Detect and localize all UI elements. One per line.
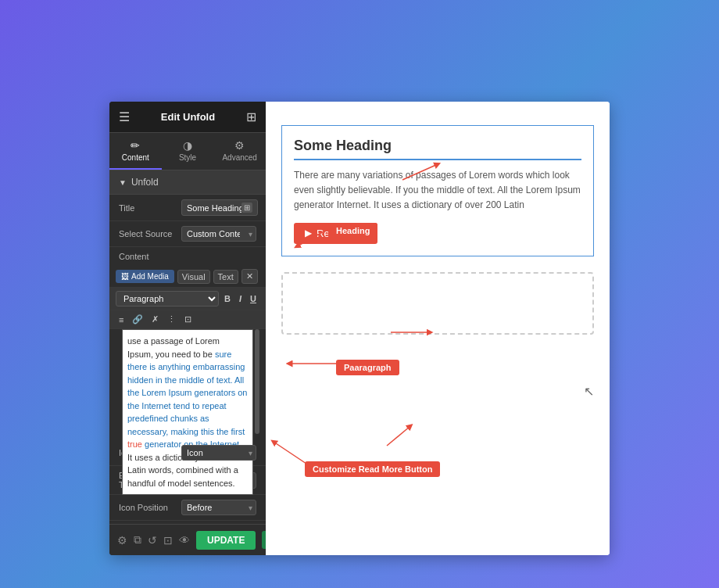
delete-content-icon[interactable]: ✕ bbox=[241, 269, 258, 284]
bold-button[interactable]: B bbox=[221, 292, 234, 305]
italic-button[interactable]: I bbox=[236, 292, 245, 305]
tab-content-label: Content bbox=[122, 153, 149, 162]
section-header: ▼ Unfold bbox=[109, 170, 266, 195]
section-arrow-icon: ▼ bbox=[119, 178, 127, 187]
panel-tabs: ✏ Content ◑ Style ⚙ Advanced bbox=[109, 133, 266, 170]
history-bottom-icon[interactable]: ↺ bbox=[148, 534, 157, 547]
tab-advanced[interactable]: ⚙ Advanced bbox=[213, 133, 266, 170]
panel-header: ☰ Edit Unfold ⊞ bbox=[109, 102, 266, 133]
align-right-icon[interactable]: ⋮ bbox=[164, 313, 179, 326]
source-select-wrapper: Custom Content Post Content bbox=[181, 226, 256, 242]
section-label: Unfold bbox=[131, 177, 159, 188]
title-db-icon[interactable]: ⊞ bbox=[241, 203, 252, 213]
source-field-row: Select Source Custom Content Post Conten… bbox=[109, 221, 266, 247]
layers-bottom-icon[interactable]: ⧉ bbox=[134, 533, 141, 547]
title-label: Title bbox=[119, 203, 181, 213]
main-container: ☰ Edit Unfold ⊞ ✏ Content ◑ Style ⚙ Adva… bbox=[109, 102, 610, 555]
tab-advanced-label: Advanced bbox=[222, 153, 256, 162]
update-button[interactable]: UPDATE bbox=[196, 531, 256, 550]
paragraph-annotation: Paaragraph bbox=[336, 360, 399, 375]
icon-position-select-wrapper: Before After bbox=[181, 500, 256, 515]
preview-body: There are many variations of passages of… bbox=[294, 168, 581, 213]
icon-position-select[interactable]: Before After bbox=[181, 500, 256, 515]
unlink-icon[interactable]: ✗ bbox=[148, 313, 162, 326]
settings-bottom-icon[interactable]: ⚙ bbox=[117, 534, 127, 547]
preview-empty-area bbox=[281, 272, 594, 335]
panel-title: Edit Unfold bbox=[161, 111, 215, 123]
tab-style[interactable]: ◑ Style bbox=[162, 133, 214, 170]
align-bar: ≡ 🔗 ✗ ⋮ ⊡ bbox=[109, 310, 266, 329]
title-field-row: Title ⊞ bbox=[109, 195, 266, 221]
align-left-icon[interactable]: ≡ bbox=[116, 314, 127, 326]
cursor: ↖ bbox=[584, 384, 594, 399]
text-button[interactable]: Text bbox=[213, 270, 238, 284]
icon-position-label: Icon Position bbox=[119, 503, 181, 512]
right-panel: Some Heading There are many variations o… bbox=[266, 102, 610, 555]
read-more-icon: ▶ bbox=[305, 228, 312, 238]
device-bottom-icon[interactable]: ⊡ bbox=[163, 534, 173, 547]
content-editor[interactable]: use a passage of Lorem Ipsum, you need t… bbox=[122, 329, 253, 495]
hamburger-icon[interactable]: ☰ bbox=[119, 109, 130, 124]
content-tab-icon: ✏ bbox=[131, 139, 140, 152]
icon-position-field-row: Icon Position Before After bbox=[109, 495, 266, 521]
add-media-label: Add Media bbox=[131, 272, 169, 281]
heading-annotation: Heading bbox=[328, 223, 377, 238]
link-icon[interactable]: 🔗 bbox=[129, 313, 146, 326]
format-bar: Paragraph Heading 1 Heading 2 B I U bbox=[109, 288, 266, 310]
title-input[interactable] bbox=[187, 203, 241, 213]
preview-area: Some Heading There are many variations o… bbox=[266, 102, 610, 555]
content-label: Content bbox=[109, 247, 266, 266]
tab-style-label: Style bbox=[179, 153, 196, 162]
visual-button[interactable]: Visual bbox=[177, 270, 210, 284]
tab-content[interactable]: ✏ Content bbox=[109, 133, 162, 170]
bottom-toolbar: ⚙ ⧉ ↺ ⊡ 👁 UPDATE ▾ bbox=[109, 524, 266, 555]
content-text: use a passage of Lorem Ipsum, you need t… bbox=[127, 336, 247, 488]
paragraph-select[interactable]: Paragraph Heading 1 Heading 2 bbox=[116, 291, 219, 307]
add-media-button[interactable]: 🖼 Add Media bbox=[116, 270, 174, 283]
preview-body-text: There are many variations of passages of… bbox=[294, 170, 581, 210]
advanced-tab-icon: ⚙ bbox=[234, 139, 245, 152]
underline-button[interactable]: U bbox=[247, 292, 259, 305]
source-select[interactable]: Custom Content Post Content bbox=[181, 226, 256, 242]
source-label: Select Source bbox=[119, 229, 181, 238]
preview-heading: Some Heading bbox=[294, 138, 581, 160]
icon-type-select[interactable]: Icon None Image bbox=[181, 445, 256, 461]
scrollbar[interactable] bbox=[255, 329, 259, 434]
left-panel: ☰ Edit Unfold ⊞ ✏ Content ◑ Style ⚙ Adva… bbox=[109, 102, 266, 555]
icon-type-select-wrapper: Icon None Image bbox=[181, 445, 256, 461]
add-media-icon: 🖼 bbox=[121, 272, 129, 281]
style-tab-icon: ◑ bbox=[183, 139, 192, 152]
grid-icon[interactable]: ⊞ bbox=[246, 109, 256, 124]
customize-annotation: Customize Read More Button bbox=[305, 461, 440, 477]
title-input-wrapper: ⊞ bbox=[181, 199, 258, 216]
content-toolbar-row: 🖼 Add Media Visual Text ✕ bbox=[109, 266, 266, 288]
fullscreen-icon[interactable]: ⊡ bbox=[181, 313, 195, 326]
eye-bottom-icon[interactable]: 👁 bbox=[179, 534, 190, 547]
